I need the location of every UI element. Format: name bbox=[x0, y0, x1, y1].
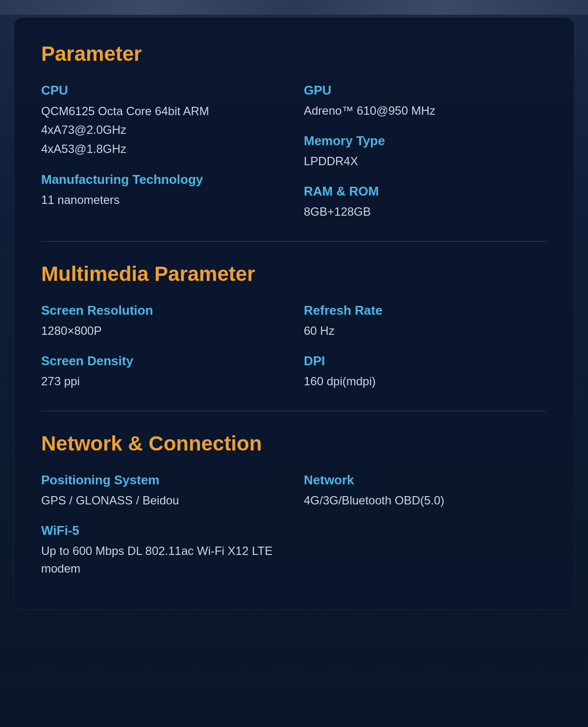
ram-rom-label: RAM & ROM bbox=[304, 184, 547, 199]
network-value: 4G/3G/Bluetooth OBD(5.0) bbox=[304, 492, 547, 509]
parameter-title: Parameter bbox=[41, 42, 547, 66]
refresh-rate-label: Refresh Rate bbox=[304, 303, 547, 318]
dpi-value: 160 dpi(mdpi) bbox=[304, 373, 547, 390]
wifi-value: Up to 600 Mbps DL 802.11ac Wi-Fi X12 LTE… bbox=[41, 542, 274, 577]
network-right-col: Network 4G/3G/Bluetooth OBD(5.0) bbox=[294, 473, 547, 577]
parameter-section: Parameter CPU QCM6125 Octa Core 64bit AR… bbox=[41, 42, 547, 221]
gpu-value: Adreno™ 610@950 MHz bbox=[304, 102, 547, 120]
memory-type-label: Memory Type bbox=[304, 133, 547, 149]
parameter-left-col: CPU QCM6125 Octa Core 64bit ARM4xA73@2.0… bbox=[41, 83, 294, 221]
multimedia-left-col: Screen Resolution 1280×800P Screen Densi… bbox=[41, 303, 294, 390]
network-grid: Positioning System GPS / GLONASS / Beido… bbox=[41, 473, 547, 577]
gpu-label: GPU bbox=[304, 83, 547, 98]
divider-1 bbox=[41, 241, 547, 242]
ram-rom-value: 8GB+128GB bbox=[304, 203, 547, 221]
multimedia-grid: Screen Resolution 1280×800P Screen Densi… bbox=[41, 303, 547, 390]
memory-type-value: LPDDR4X bbox=[304, 152, 547, 170]
divider-2 bbox=[41, 411, 547, 411]
screen-density-label: Screen Density bbox=[41, 353, 274, 369]
multimedia-right-col: Refresh Rate 60 Hz DPI 160 dpi(mdpi) bbox=[294, 303, 547, 390]
network-title: Network & Connection bbox=[41, 432, 547, 455]
manufacturing-technology-value: 11 nanometers bbox=[41, 191, 274, 209]
network-left-col: Positioning System GPS / GLONASS / Beido… bbox=[41, 473, 294, 577]
wifi-label: WiFi-5 bbox=[41, 523, 274, 538]
screen-density-value: 273 ppi bbox=[41, 373, 274, 390]
positioning-system-value: GPS / GLONASS / Beidou bbox=[41, 492, 274, 509]
network-label: Network bbox=[304, 473, 547, 488]
cpu-label: CPU bbox=[41, 83, 274, 98]
multimedia-title: Multimedia Parameter bbox=[41, 262, 547, 286]
refresh-rate-value: 60 Hz bbox=[304, 322, 547, 340]
parameter-grid: CPU QCM6125 Octa Core 64bit ARM4xA73@2.0… bbox=[41, 83, 547, 221]
manufacturing-technology-label: Manufacturing Technology bbox=[41, 172, 274, 187]
specs-card: Parameter CPU QCM6125 Octa Core 64bit AR… bbox=[14, 17, 574, 610]
multimedia-section: Multimedia Parameter Screen Resolution 1… bbox=[41, 262, 547, 390]
network-section: Network & Connection Positioning System … bbox=[41, 432, 547, 577]
cpu-value: QCM6125 Octa Core 64bit ARM4xA73@2.0GHz4… bbox=[41, 102, 274, 158]
top-image-strip bbox=[0, 0, 588, 15]
positioning-system-label: Positioning System bbox=[41, 473, 274, 488]
screen-resolution-value: 1280×800P bbox=[41, 322, 274, 340]
screen-resolution-label: Screen Resolution bbox=[41, 303, 274, 318]
dpi-label: DPI bbox=[304, 353, 547, 369]
parameter-right-col: GPU Adreno™ 610@950 MHz Memory Type LPDD… bbox=[294, 83, 547, 221]
